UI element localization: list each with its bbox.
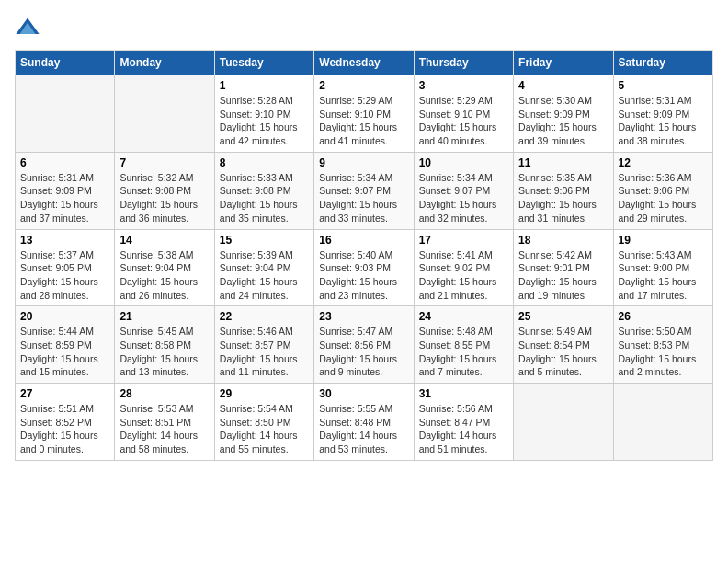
day-number: 24 [419,310,508,323]
day-info: Sunrise: 5:36 AM Sunset: 9:06 PM Dayligh… [619,171,708,225]
calendar-header: SundayMondayTuesdayWednesdayThursdayFrid… [16,51,713,75]
day-info: Sunrise: 5:39 AM Sunset: 9:04 PM Dayligh… [220,248,309,303]
day-number: 6 [20,156,109,169]
calendar-cell: 15Sunrise: 5:39 AM Sunset: 9:04 PM Dayli… [214,229,313,306]
calendar-cell: 3Sunrise: 5:29 AM Sunset: 9:10 PM Daylig… [414,75,513,153]
day-number: 13 [20,234,109,247]
calendar-cell: 16Sunrise: 5:40 AM Sunset: 9:03 PM Dayli… [314,229,414,306]
day-info: Sunrise: 5:34 AM Sunset: 9:07 PM Dayligh… [319,171,408,225]
calendar-cell: 1Sunrise: 5:28 AM Sunset: 9:10 PM Daylig… [214,75,313,153]
calendar-week-5: 27Sunrise: 5:51 AM Sunset: 8:52 PM Dayli… [16,384,713,461]
day-info: Sunrise: 5:53 AM Sunset: 8:51 PM Dayligh… [119,402,209,456]
day-number: 15 [220,234,309,247]
day-number: 31 [419,387,508,400]
day-info: Sunrise: 5:35 AM Sunset: 9:06 PM Dayligh… [518,171,608,225]
weekday-header-tuesday: Tuesday [214,51,313,75]
day-info: Sunrise: 5:40 AM Sunset: 9:03 PM Dayligh… [319,248,408,303]
calendar-cell [115,75,214,153]
day-info: Sunrise: 5:32 AM Sunset: 9:08 PM Dayligh… [119,171,209,225]
weekday-header-thursday: Thursday [414,51,513,75]
day-number: 22 [220,310,309,323]
calendar-cell: 4Sunrise: 5:30 AM Sunset: 9:09 PM Daylig… [514,75,613,153]
day-number: 30 [319,387,408,400]
calendar-cell: 6Sunrise: 5:31 AM Sunset: 9:09 PM Daylig… [16,152,115,229]
calendar-cell: 2Sunrise: 5:29 AM Sunset: 9:10 PM Daylig… [314,75,414,153]
day-number: 2 [319,79,408,92]
day-info: Sunrise: 5:42 AM Sunset: 9:01 PM Dayligh… [518,248,608,303]
calendar-cell: 22Sunrise: 5:46 AM Sunset: 8:57 PM Dayli… [214,306,313,384]
calendar-cell: 19Sunrise: 5:43 AM Sunset: 9:00 PM Dayli… [613,229,712,306]
calendar-cell: 14Sunrise: 5:38 AM Sunset: 9:04 PM Dayli… [115,229,214,306]
day-info: Sunrise: 5:41 AM Sunset: 9:02 PM Dayligh… [419,248,508,303]
weekday-header-saturday: Saturday [613,51,712,75]
calendar-cell: 9Sunrise: 5:34 AM Sunset: 9:07 PM Daylig… [314,152,414,229]
calendar-cell: 8Sunrise: 5:33 AM Sunset: 9:08 PM Daylig… [214,152,313,229]
day-info: Sunrise: 5:47 AM Sunset: 8:56 PM Dayligh… [319,325,408,379]
day-info: Sunrise: 5:28 AM Sunset: 9:10 PM Dayligh… [220,94,309,148]
day-number: 26 [619,310,708,323]
day-number: 9 [319,156,408,169]
day-info: Sunrise: 5:34 AM Sunset: 9:07 PM Dayligh… [419,171,508,225]
weekday-header-row: SundayMondayTuesdayWednesdayThursdayFrid… [16,51,713,75]
day-info: Sunrise: 5:49 AM Sunset: 8:54 PM Dayligh… [518,325,608,379]
day-info: Sunrise: 5:43 AM Sunset: 9:00 PM Dayligh… [619,248,708,303]
day-info: Sunrise: 5:54 AM Sunset: 8:50 PM Dayligh… [220,402,309,456]
day-number: 12 [619,156,708,169]
calendar-cell: 5Sunrise: 5:31 AM Sunset: 9:09 PM Daylig… [613,75,712,153]
calendar-cell: 30Sunrise: 5:55 AM Sunset: 8:48 PM Dayli… [314,384,414,461]
calendar-cell: 29Sunrise: 5:54 AM Sunset: 8:50 PM Dayli… [214,384,313,461]
calendar-cell: 7Sunrise: 5:32 AM Sunset: 9:08 PM Daylig… [115,152,214,229]
calendar-cell [514,384,613,461]
calendar-week-2: 6Sunrise: 5:31 AM Sunset: 9:09 PM Daylig… [16,152,713,229]
day-info: Sunrise: 5:33 AM Sunset: 9:08 PM Dayligh… [220,171,309,225]
day-number: 14 [119,234,209,247]
day-number: 10 [419,156,508,169]
day-number: 19 [619,234,708,247]
day-number: 29 [220,387,309,400]
day-info: Sunrise: 5:37 AM Sunset: 9:05 PM Dayligh… [20,248,109,303]
day-number: 11 [518,156,608,169]
calendar-cell: 25Sunrise: 5:49 AM Sunset: 8:54 PM Dayli… [514,306,613,384]
day-number: 28 [119,387,209,400]
day-info: Sunrise: 5:44 AM Sunset: 8:59 PM Dayligh… [20,325,109,379]
day-info: Sunrise: 5:38 AM Sunset: 9:04 PM Dayligh… [119,248,209,303]
calendar-body: 1Sunrise: 5:28 AM Sunset: 9:10 PM Daylig… [16,75,713,461]
calendar-cell [613,384,712,461]
calendar-cell: 24Sunrise: 5:48 AM Sunset: 8:55 PM Dayli… [414,306,513,384]
day-number: 23 [319,310,408,323]
calendar-table: SundayMondayTuesdayWednesdayThursdayFrid… [15,50,713,461]
logo-icon [15,15,40,40]
day-info: Sunrise: 5:31 AM Sunset: 9:09 PM Dayligh… [619,94,708,148]
day-info: Sunrise: 5:30 AM Sunset: 9:09 PM Dayligh… [518,94,608,148]
weekday-header-monday: Monday [115,51,214,75]
day-number: 20 [20,310,109,323]
weekday-header-sunday: Sunday [16,51,115,75]
day-info: Sunrise: 5:29 AM Sunset: 9:10 PM Dayligh… [419,94,508,148]
calendar-cell: 23Sunrise: 5:47 AM Sunset: 8:56 PM Dayli… [314,306,414,384]
day-info: Sunrise: 5:45 AM Sunset: 8:58 PM Dayligh… [119,325,209,379]
logo [15,15,44,40]
day-number: 25 [518,310,608,323]
day-number: 18 [518,234,608,247]
calendar-week-3: 13Sunrise: 5:37 AM Sunset: 9:05 PM Dayli… [16,229,713,306]
calendar-cell: 11Sunrise: 5:35 AM Sunset: 9:06 PM Dayli… [514,152,613,229]
day-info: Sunrise: 5:55 AM Sunset: 8:48 PM Dayligh… [319,402,408,456]
day-info: Sunrise: 5:29 AM Sunset: 9:10 PM Dayligh… [319,94,408,148]
day-info: Sunrise: 5:31 AM Sunset: 9:09 PM Dayligh… [20,171,109,225]
calendar-cell: 18Sunrise: 5:42 AM Sunset: 9:01 PM Dayli… [514,229,613,306]
calendar-cell: 17Sunrise: 5:41 AM Sunset: 9:02 PM Dayli… [414,229,513,306]
calendar-week-1: 1Sunrise: 5:28 AM Sunset: 9:10 PM Daylig… [16,75,713,153]
day-number: 8 [220,156,309,169]
day-info: Sunrise: 5:46 AM Sunset: 8:57 PM Dayligh… [220,325,309,379]
day-info: Sunrise: 5:51 AM Sunset: 8:52 PM Dayligh… [20,402,109,456]
calendar-cell: 10Sunrise: 5:34 AM Sunset: 9:07 PM Dayli… [414,152,513,229]
day-number: 3 [419,79,508,92]
calendar-week-4: 20Sunrise: 5:44 AM Sunset: 8:59 PM Dayli… [16,306,713,384]
calendar-cell: 26Sunrise: 5:50 AM Sunset: 8:53 PM Dayli… [613,306,712,384]
weekday-header-friday: Friday [514,51,613,75]
day-number: 5 [619,79,708,92]
calendar-cell: 31Sunrise: 5:56 AM Sunset: 8:47 PM Dayli… [414,384,513,461]
day-number: 27 [20,387,109,400]
calendar-cell: 13Sunrise: 5:37 AM Sunset: 9:05 PM Dayli… [16,229,115,306]
calendar-cell: 21Sunrise: 5:45 AM Sunset: 8:58 PM Dayli… [115,306,214,384]
